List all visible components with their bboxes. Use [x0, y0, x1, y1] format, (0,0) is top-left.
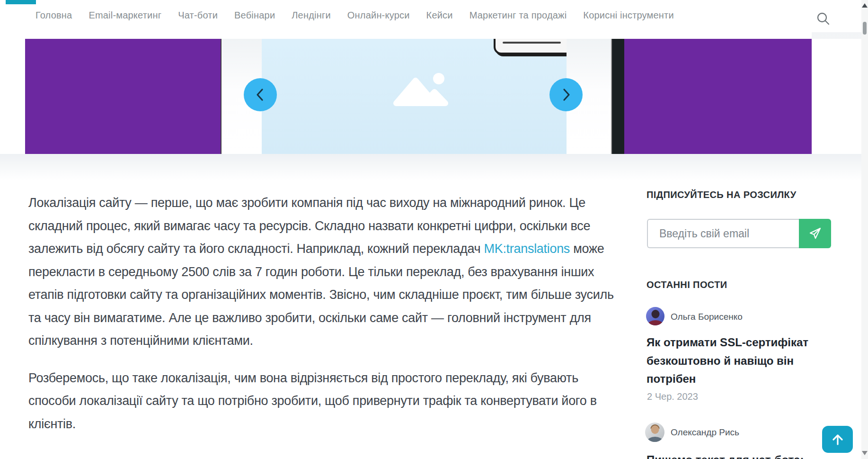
hero-bottom-fade	[0, 154, 868, 180]
paragraph-text: може перекласти в середньому 2500 слів з…	[28, 242, 614, 348]
avatar	[646, 307, 664, 325]
hero-carousel	[0, 39, 868, 154]
triangle-up-icon[interactable]	[862, 3, 868, 8]
mockup-line	[503, 42, 561, 44]
mk-translations-link[interactable]: MK:translations	[484, 242, 570, 256]
nav-item-marketing-sales[interactable]: Маркетинг та продажі	[469, 10, 567, 21]
scroll-to-top-button[interactable]	[822, 426, 853, 453]
post-date: 2 Чер. 2023	[647, 391, 698, 402]
post-title[interactable]: Як отримати SSL-сертифікат безкоштовно й…	[647, 333, 838, 388]
carousel-slide-previous	[25, 39, 221, 154]
nav-item-home[interactable]: Головна	[35, 10, 72, 21]
post-author[interactable]: Олександр Рись	[671, 427, 739, 438]
carousel-slide-current	[262, 39, 567, 154]
nav-item-webinars[interactable]: Вебінари	[234, 10, 275, 21]
article-paragraph-1: Локалізація сайту — перше, що має зробит…	[28, 191, 623, 352]
email-input[interactable]	[647, 219, 799, 248]
article-paragraph-2: Розберемось, що таке локалізація, чим во…	[28, 367, 623, 436]
browser-mockup-fragment	[494, 39, 574, 54]
carousel-slide-next-edge	[611, 39, 624, 154]
paper-plane-icon	[807, 226, 823, 241]
recent-posts-heading: ОСТАННІ ПОСТИ	[647, 279, 727, 290]
subscribe-form	[647, 219, 831, 248]
post-author[interactable]: Ольга Борисенко	[671, 312, 743, 322]
main-navigation: Головна Email-маркетинг Чат-боти Вебінар…	[0, 0, 861, 30]
avatar-head	[651, 310, 659, 318]
subscribe-send-button[interactable]	[799, 219, 831, 248]
avatar-body	[647, 437, 663, 442]
scrollbar-thumb[interactable]	[863, 22, 867, 35]
chevron-left-icon	[254, 88, 266, 102]
triangle-down-icon[interactable]	[862, 451, 868, 455]
nav-item-cases[interactable]: Кейси	[426, 10, 453, 21]
nav-item-chatbots[interactable]: Чат-боти	[178, 10, 218, 21]
subscribe-heading: ПІДПИСУЙТЕСЬ НА РОЗСИЛКУ	[647, 189, 797, 200]
scrollbar[interactable]	[861, 0, 868, 459]
logo-accent-bar	[6, 0, 36, 4]
nav-item-online-courses[interactable]: Онлайн-курси	[347, 10, 410, 21]
avatar-head	[651, 425, 659, 434]
avatar-body	[648, 320, 663, 325]
nav-item-landings[interactable]: Лендінги	[292, 10, 331, 21]
post-title[interactable]: Пишемо текст для чат-бота:	[647, 451, 838, 459]
nav-item-email-marketing[interactable]: Email-маркетинг	[89, 10, 161, 21]
carousel-next-button[interactable]	[549, 78, 583, 111]
search-icon[interactable]	[816, 11, 830, 26]
article-body: Локалізація сайту — перше, що має зробит…	[28, 191, 623, 450]
carousel-slide-next	[624, 39, 812, 154]
chevron-right-icon	[560, 88, 572, 102]
nav-item-useful-tools[interactable]: Корисні інструменти	[583, 10, 674, 21]
page: Головна Email-маркетинг Чат-боти Вебінар…	[0, 0, 868, 459]
image-placeholder-icon	[390, 71, 451, 108]
arrow-up-icon	[830, 432, 846, 448]
avatar	[645, 423, 664, 442]
carousel-prev-button[interactable]	[244, 78, 277, 111]
